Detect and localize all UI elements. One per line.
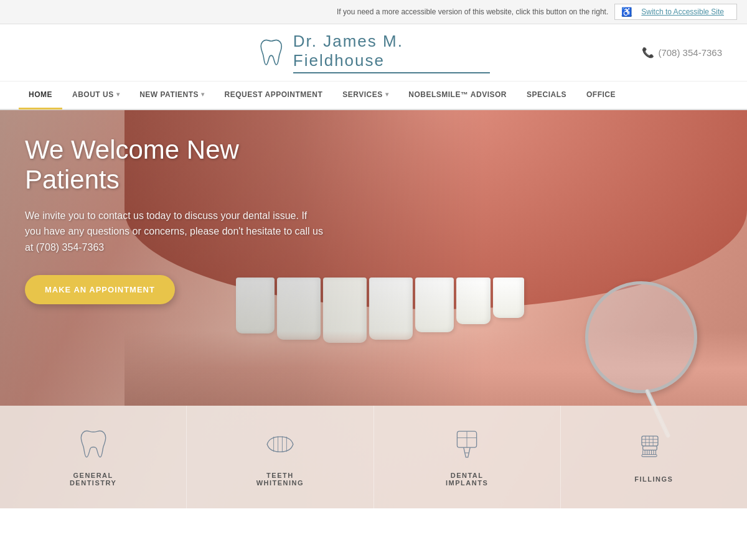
general-dentistry-label: GENERALDENTISTRY [70, 472, 116, 487]
hero-section: We Welcome New Patients We invite you to… [0, 110, 747, 508]
svg-rect-14 [643, 446, 657, 450]
dental-implants-label: DENTALIMPLANTS [446, 472, 488, 487]
fillings-label: FILLINGS [634, 475, 673, 483]
tooth-service-icon [77, 428, 110, 463]
accessibility-notice: If you need a more accessible version of… [337, 7, 608, 16]
nav-nobelsmile[interactable]: NOBELSMILE™ ADVISOR [398, 81, 517, 110]
chevron-down-icon: ▾ [385, 91, 389, 98]
main-nav: HOME ABOUT US ▾ NEW PATIENTS ▾ REQUEST A… [0, 82, 747, 110]
hero-description: We invite you to contact us today to dis… [25, 208, 324, 256]
service-card-teeth-whitening[interactable]: TEETHWHITENING [187, 406, 374, 508]
wheelchair-icon: ♿ [621, 7, 632, 17]
make-appointment-button[interactable]: MAKE AN APPOINTMENT [25, 275, 175, 304]
phone-area: 📞 (708) 354-7363 [490, 47, 722, 58]
nav-office[interactable]: OFFICE [576, 81, 626, 110]
nav-request-appointment[interactable]: REQUEST APPOINTMENT [215, 81, 333, 110]
chevron-down-icon: ▾ [201, 91, 205, 98]
svg-rect-8 [642, 436, 658, 446]
header: Dr. James M. Fieldhouse 📞 (708) 354-7363 [0, 24, 747, 82]
nav-about[interactable]: ABOUT US ▾ [62, 81, 129, 110]
nav-home[interactable]: HOME [19, 81, 62, 110]
smile-service-icon [264, 428, 296, 463]
nav-services[interactable]: SERVICES ▾ [332, 81, 398, 110]
chevron-down-icon: ▾ [116, 91, 120, 98]
service-card-fillings[interactable]: FILLINGS [561, 406, 747, 508]
hero-content: We Welcome New Patients We invite you to… [25, 135, 324, 304]
phone-icon: 📞 [642, 47, 654, 58]
accessibility-bar: If you need a more accessible version of… [0, 0, 747, 24]
phone-number: (708) 354-7363 [658, 47, 722, 58]
logo-text: Dr. James M. Fieldhouse [293, 32, 490, 73]
teeth-whitening-label: TEETHWHITENING [256, 472, 304, 487]
implant-service-icon [451, 428, 483, 463]
tooth-logo-icon [257, 38, 285, 68]
accessible-link-label: Switch to Accessible Site [641, 7, 724, 16]
nav-new-patients[interactable]: NEW PATIENTS ▾ [129, 81, 214, 110]
svg-rect-22 [642, 454, 657, 456]
hero-title: We Welcome New Patients [25, 135, 324, 195]
toothbrush-service-icon [637, 432, 670, 467]
accessible-version-button[interactable]: ♿ Switch to Accessible Site [614, 4, 737, 20]
service-card-dental-implants[interactable]: DENTALIMPLANTS [374, 406, 561, 508]
logo-area: Dr. James M. Fieldhouse [257, 32, 489, 73]
services-row: GENERALDENTISTRY TEETHWHITENING [0, 406, 747, 508]
nav-specials[interactable]: SPECIALS [517, 81, 576, 110]
service-card-general-dentistry[interactable]: GENERALDENTISTRY [0, 406, 187, 508]
